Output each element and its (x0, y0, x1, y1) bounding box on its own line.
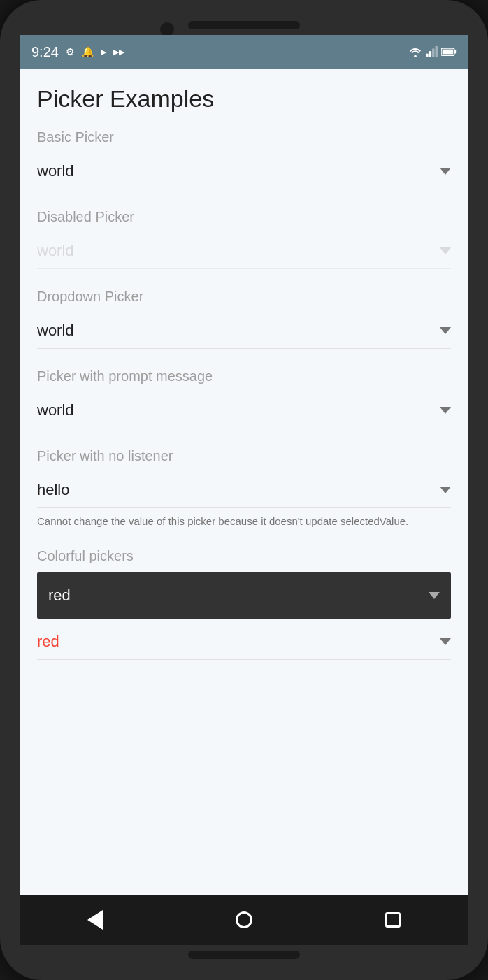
dropdown-picker-label: Dropdown Picker (37, 289, 451, 305)
dropdown-picker-chevron (440, 324, 451, 337)
status-right-icons (408, 46, 457, 57)
front-camera (160, 22, 174, 36)
speaker-bottom (188, 951, 300, 959)
no-listener-picker-value: hello (37, 481, 69, 499)
svg-rect-2 (429, 51, 432, 57)
disabled-picker-row: world (37, 233, 451, 269)
dropdown-picker-row[interactable]: world (37, 313, 451, 349)
dropdown-picker-section: Dropdown Picker world (20, 283, 468, 363)
no-listener-picker-label: Picker with no listener (37, 448, 451, 464)
no-listener-notice: Cannot change the value of this picker b… (37, 514, 451, 528)
svg-rect-6 (454, 50, 457, 53)
media-forward-icon: ▶▶ (113, 48, 124, 57)
prompt-picker-section: Picker with prompt message world (20, 363, 468, 442)
disabled-picker-value: world (37, 242, 74, 260)
disabled-picker-label: Disabled Picker (37, 209, 451, 225)
basic-picker-value: world (37, 162, 74, 180)
battery-icon (441, 46, 457, 57)
colorful-pickers-label: Colorful pickers (37, 548, 451, 564)
navigation-bar (20, 895, 468, 945)
no-listener-picker-chevron (440, 484, 451, 496)
status-time: 9:24 (31, 44, 59, 60)
svg-rect-1 (426, 54, 429, 57)
svg-rect-7 (443, 50, 453, 55)
prompt-picker-label: Picker with prompt message (37, 368, 451, 384)
disabled-picker-section: Disabled Picker world (20, 203, 468, 283)
status-bar: 9:24 ⚙ 🔔 ▶ ▶▶ (20, 35, 468, 69)
svg-point-0 (414, 55, 417, 57)
phone-frame: 9:24 ⚙ 🔔 ▶ ▶▶ (0, 0, 488, 980)
media-play-icon: ▶ (101, 48, 106, 57)
disabled-picker-chevron (440, 245, 451, 257)
prompt-picker-row[interactable]: world (37, 393, 451, 428)
basic-picker-row[interactable]: world (37, 154, 451, 189)
signal-icon (426, 46, 438, 57)
svg-rect-4 (435, 46, 438, 57)
recents-button[interactable] (379, 906, 407, 934)
dark-picker-value: red (48, 586, 71, 605)
light-colorful-picker[interactable]: red (37, 624, 451, 660)
svg-rect-3 (432, 49, 435, 57)
dropdown-picker-value: world (37, 322, 74, 340)
light-picker-chevron (440, 635, 451, 648)
prompt-picker-value: world (37, 401, 74, 419)
no-listener-picker-row[interactable]: hello (37, 473, 451, 508)
app-content: Picker Examples Basic Picker world Disab… (20, 69, 468, 895)
no-listener-picker-section: Picker with no listener hello Cannot cha… (20, 442, 468, 542)
screen: 9:24 ⚙ 🔔 ▶ ▶▶ (20, 35, 468, 945)
basic-picker-chevron (440, 165, 451, 178)
dark-picker-chevron (429, 589, 440, 602)
settings-icon: ⚙ (66, 46, 75, 57)
recents-icon (385, 912, 401, 928)
home-button[interactable] (230, 906, 258, 934)
basic-picker-label: Basic Picker (37, 129, 451, 145)
home-icon (236, 911, 252, 928)
notification-icon: 🔔 (82, 46, 94, 57)
dark-colorful-picker[interactable]: red (37, 572, 451, 619)
prompt-picker-chevron (440, 404, 451, 417)
back-icon (87, 910, 103, 930)
wifi-icon (408, 46, 423, 57)
speaker-top (188, 21, 300, 29)
light-picker-value: red (37, 633, 59, 651)
back-button[interactable] (81, 906, 109, 934)
page-title: Picker Examples (20, 69, 468, 124)
basic-picker-section: Basic Picker world (20, 124, 468, 203)
colorful-pickers-section: Colorful pickers red red (20, 542, 468, 674)
